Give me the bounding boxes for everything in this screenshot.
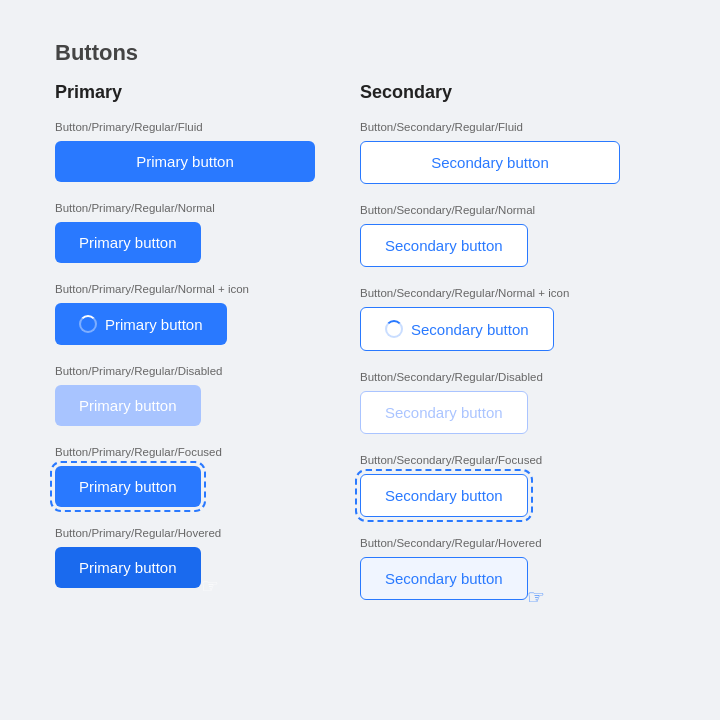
secondary-icon-label: Button/Secondary/Regular/Normal + icon — [360, 287, 665, 299]
secondary-icon-button[interactable]: Secondary button — [360, 307, 554, 351]
secondary-column-title: Secondary — [360, 82, 665, 103]
primary-column: Primary Button/Primary/Regular/Fluid Pri… — [55, 82, 360, 620]
primary-normal-group: Button/Primary/Regular/Normal Primary bu… — [55, 202, 360, 263]
secondary-cursor-hand-icon: ☞ — [527, 587, 545, 607]
primary-column-title: Primary — [55, 82, 360, 103]
primary-normal-button[interactable]: Primary button — [55, 222, 201, 263]
secondary-normal-button-text: Secondary button — [385, 237, 503, 254]
secondary-focused-label: Button/Secondary/Regular/Focused — [360, 454, 665, 466]
secondary-fluid-group: Button/Secondary/Regular/Fluid Secondary… — [360, 121, 665, 184]
page-title: Buttons — [55, 40, 665, 66]
primary-hovered-button-text: Primary button — [79, 559, 177, 576]
primary-fluid-group: Button/Primary/Regular/Fluid Primary but… — [55, 121, 360, 182]
secondary-hovered-group: Button/Secondary/Regular/Hovered Seconda… — [360, 537, 665, 600]
cursor-hand-icon: ☞ — [201, 576, 219, 596]
secondary-icon-button-text: Secondary button — [411, 321, 529, 338]
secondary-icon-group: Button/Secondary/Regular/Normal + icon S… — [360, 287, 665, 351]
primary-fluid-label: Button/Primary/Regular/Fluid — [55, 121, 360, 133]
secondary-focused-button[interactable]: Secondary button — [360, 474, 528, 517]
secondary-hovered-button[interactable]: Secondary button ☞ — [360, 557, 528, 600]
primary-spinner-icon — [79, 315, 97, 333]
primary-focused-group: Button/Primary/Regular/Focused Primary b… — [55, 446, 360, 507]
columns-layout: Primary Button/Primary/Regular/Fluid Pri… — [55, 82, 665, 620]
secondary-disabled-group: Button/Secondary/Regular/Disabled Second… — [360, 371, 665, 434]
secondary-hovered-button-text: Secondary button — [385, 570, 503, 587]
primary-icon-button-text: Primary button — [105, 316, 203, 333]
secondary-normal-label: Button/Secondary/Regular/Normal — [360, 204, 665, 216]
primary-fluid-button[interactable]: Primary button — [55, 141, 315, 182]
primary-focused-button[interactable]: Primary button — [55, 466, 201, 507]
secondary-disabled-button-text: Secondary button — [385, 404, 503, 421]
primary-disabled-button: Primary button — [55, 385, 201, 426]
secondary-fluid-button-text: Secondary button — [431, 154, 549, 171]
secondary-focused-button-text: Secondary button — [385, 487, 503, 504]
secondary-normal-group: Button/Secondary/Regular/Normal Secondar… — [360, 204, 665, 267]
primary-normal-button-text: Primary button — [79, 234, 177, 251]
primary-disabled-label: Button/Primary/Regular/Disabled — [55, 365, 360, 377]
primary-icon-button[interactable]: Primary button — [55, 303, 227, 345]
secondary-focused-group: Button/Secondary/Regular/Focused Seconda… — [360, 454, 665, 517]
secondary-column: Secondary Button/Secondary/Regular/Fluid… — [360, 82, 665, 620]
secondary-fluid-label: Button/Secondary/Regular/Fluid — [360, 121, 665, 133]
primary-disabled-group: Button/Primary/Regular/Disabled Primary … — [55, 365, 360, 426]
primary-hovered-group: Button/Primary/Regular/Hovered Primary b… — [55, 527, 360, 588]
secondary-spinner-icon — [385, 320, 403, 338]
primary-hovered-button[interactable]: Primary button ☞ — [55, 547, 201, 588]
secondary-disabled-label: Button/Secondary/Regular/Disabled — [360, 371, 665, 383]
page-container: Buttons Primary Button/Primary/Regular/F… — [0, 0, 720, 660]
primary-focused-button-text: Primary button — [79, 478, 177, 495]
secondary-fluid-button[interactable]: Secondary button — [360, 141, 620, 184]
primary-disabled-button-text: Primary button — [79, 397, 177, 414]
secondary-disabled-button: Secondary button — [360, 391, 528, 434]
primary-focused-label: Button/Primary/Regular/Focused — [55, 446, 360, 458]
primary-hovered-label: Button/Primary/Regular/Hovered — [55, 527, 360, 539]
primary-fluid-button-text: Primary button — [136, 153, 234, 170]
secondary-normal-button[interactable]: Secondary button — [360, 224, 528, 267]
secondary-hovered-label: Button/Secondary/Regular/Hovered — [360, 537, 665, 549]
primary-normal-label: Button/Primary/Regular/Normal — [55, 202, 360, 214]
primary-icon-label: Button/Primary/Regular/Normal + icon — [55, 283, 360, 295]
primary-icon-group: Button/Primary/Regular/Normal + icon Pri… — [55, 283, 360, 345]
